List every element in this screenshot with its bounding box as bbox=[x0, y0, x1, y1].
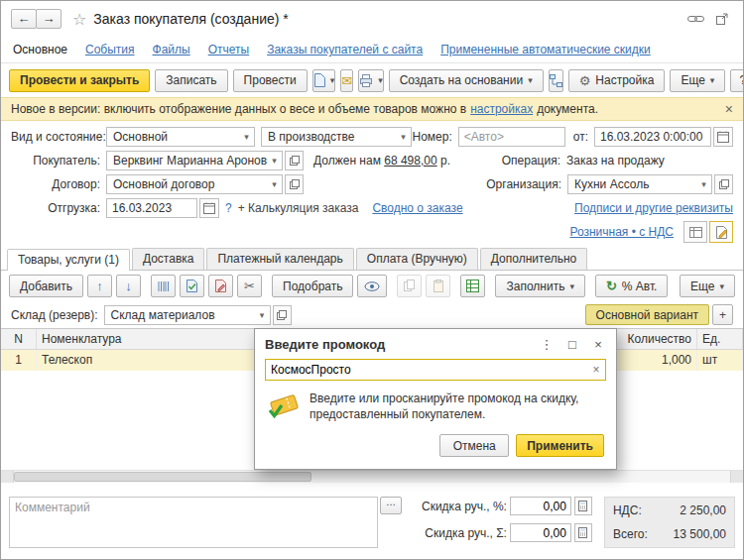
items-toolbar-right: Еще ▾ bbox=[680, 275, 735, 297]
doctab-payment[interactable]: Оплата (Вручную) bbox=[356, 248, 478, 270]
paste-rows-icon-button[interactable] bbox=[426, 275, 450, 297]
scroll-left-button[interactable] bbox=[1, 471, 14, 483]
move-down-button[interactable]: ↓ bbox=[116, 275, 141, 297]
order-calculation-link[interactable]: + Калькуляция заказа bbox=[238, 201, 359, 215]
document-structure-icon-button[interactable] bbox=[549, 69, 563, 92]
print-icon-button[interactable]: ▾ bbox=[358, 69, 384, 92]
debt-amount-link[interactable]: 68 498,00 bbox=[384, 154, 436, 168]
horizontal-scrollbar[interactable] bbox=[1, 470, 743, 483]
clear-input-icon[interactable]: × bbox=[587, 363, 605, 377]
doctab-delivery[interactable]: Доставка bbox=[132, 248, 205, 270]
organization-select[interactable]: Кухни Ассоль ▾ bbox=[567, 174, 712, 194]
warehouse-open-icon[interactable] bbox=[273, 305, 292, 325]
navtab-events[interactable]: События bbox=[85, 43, 135, 56]
banner-close-icon[interactable]: × bbox=[725, 101, 733, 117]
main-toolbar: Провести и закрыть Записать Провести ▾ ✉… bbox=[1, 63, 743, 97]
order-state-select[interactable]: В производстве ▾ bbox=[261, 127, 412, 147]
number-input[interactable] bbox=[458, 127, 565, 147]
col-header-n[interactable]: N bbox=[1, 329, 37, 349]
col-header-unit[interactable]: Ед. bbox=[697, 329, 743, 349]
copy-rows-icon-button[interactable] bbox=[397, 275, 422, 297]
total-value: 13 500,00 bbox=[674, 527, 726, 541]
view-icon-button[interactable] bbox=[357, 275, 387, 297]
dialog-menu-icon[interactable]: ⋮ bbox=[539, 337, 555, 352]
shipping-calendar-icon[interactable] bbox=[199, 198, 219, 218]
comment-expand-button[interactable]: … bbox=[380, 497, 402, 514]
dialog-maximize-icon[interactable]: □ bbox=[564, 337, 580, 352]
link-icon[interactable] bbox=[684, 10, 706, 28]
back-button[interactable]: ← bbox=[11, 9, 37, 29]
order-kind-select[interactable]: Основной ▾ bbox=[106, 127, 255, 147]
items-more-button[interactable]: Еще ▾ bbox=[680, 275, 735, 297]
manual-discount-sum-input[interactable] bbox=[510, 523, 571, 542]
date-input[interactable] bbox=[594, 127, 711, 147]
manual-discount-pct-input[interactable] bbox=[510, 497, 571, 515]
navtab-auto-discounts[interactable]: Примененные автоматические скидки bbox=[440, 43, 651, 56]
edit-prices-icon-button[interactable] bbox=[709, 221, 733, 243]
order-summary-link[interactable]: Сводно о заказе bbox=[372, 201, 462, 215]
shipping-date-input[interactable] bbox=[106, 198, 197, 218]
forward-button[interactable]: → bbox=[36, 9, 62, 29]
manual-discount-sum-label: Скидка руч., Σ: bbox=[425, 526, 507, 540]
contract-select[interactable]: Основной договор ▾ bbox=[106, 174, 283, 194]
more-button[interactable]: Еще ▾ bbox=[670, 69, 725, 92]
post-button[interactable]: Провести bbox=[233, 69, 308, 92]
chevron-down-icon: ▾ bbox=[710, 75, 715, 85]
requisites-link[interactable]: Подписи и другие реквизиты bbox=[574, 201, 733, 215]
banner-suffix: документа. bbox=[537, 102, 598, 116]
customer-open-icon[interactable] bbox=[285, 151, 304, 170]
navtab-site-orders[interactable]: Заказы покупателей с сайта bbox=[267, 43, 423, 56]
price-type-link[interactable]: Розничная • с НДС bbox=[569, 225, 674, 239]
promo-ticket-icon bbox=[267, 391, 301, 420]
check-availability-icon-button[interactable] bbox=[180, 275, 204, 297]
contract-open-icon[interactable] bbox=[285, 174, 304, 194]
promo-code-input[interactable] bbox=[266, 363, 587, 377]
discounts-group: Скидка руч., %: Скидка руч., Σ: bbox=[422, 497, 592, 542]
scrollbar-thumb[interactable] bbox=[14, 472, 311, 482]
edit-row-icon-button[interactable] bbox=[208, 275, 233, 297]
operation-value[interactable]: Заказ на продажу bbox=[566, 154, 733, 168]
write-button[interactable]: Записать bbox=[155, 69, 227, 92]
post-and-close-button[interactable]: Провести и закрыть bbox=[9, 69, 150, 92]
navtab-main[interactable]: Основное bbox=[13, 43, 67, 56]
open-new-window-icon[interactable] bbox=[711, 10, 733, 28]
chevron-down-icon: ▾ bbox=[696, 179, 711, 189]
doctab-payment-calendar[interactable]: Платежный календарь bbox=[206, 248, 353, 270]
settings-button[interactable]: ⚙ Настройка bbox=[568, 69, 666, 92]
add-row-button[interactable]: Добавить bbox=[9, 275, 83, 297]
cut-rows-icon-button[interactable]: ✂ bbox=[237, 275, 262, 297]
form-row-customer: Покупатель: Верквинг Марианна Ароновна ▾… bbox=[1, 149, 743, 172]
create-based-on-button[interactable]: Создать на основании ▾ bbox=[389, 69, 544, 92]
add-variant-button[interactable]: + bbox=[712, 304, 733, 325]
move-up-button[interactable]: ↑ bbox=[87, 275, 112, 297]
scroll-right-button[interactable] bbox=[730, 471, 743, 483]
export-table-icon-button[interactable] bbox=[460, 275, 485, 297]
comment-input[interactable] bbox=[9, 497, 378, 548]
navtab-files[interactable]: Файлы bbox=[153, 43, 190, 56]
discount-sum-calculator-icon[interactable] bbox=[574, 523, 592, 542]
auto-discount-button[interactable]: ↻ % Авт. bbox=[595, 275, 669, 297]
dialog-close-icon[interactable]: × bbox=[590, 337, 606, 352]
help-button[interactable]: ? bbox=[730, 69, 744, 92]
fill-button[interactable]: Заполнить ▾ bbox=[495, 275, 584, 297]
banner-settings-link[interactable]: настройках bbox=[470, 102, 533, 116]
shipping-help-icon[interactable]: ? bbox=[225, 201, 232, 215]
pick-items-button[interactable]: Подобрать bbox=[272, 275, 353, 297]
calendar-icon[interactable] bbox=[713, 127, 733, 147]
favorite-star-icon[interactable]: ☆ bbox=[72, 10, 86, 29]
email-icon-button[interactable]: ✉ bbox=[340, 69, 353, 92]
report-icon-button[interactable]: ▾ bbox=[312, 69, 336, 92]
main-variant-button[interactable]: Основной вариант bbox=[585, 304, 709, 325]
apply-button[interactable]: Применить bbox=[516, 434, 604, 457]
doctab-additional[interactable]: Дополнительно bbox=[480, 248, 587, 270]
organization-open-icon[interactable] bbox=[714, 174, 733, 194]
customer-select[interactable]: Верквинг Марианна Ароновна ▾ bbox=[106, 151, 283, 170]
doctab-goods[interactable]: Товары, услуги (1) bbox=[7, 249, 130, 271]
price-table-icon-button[interactable] bbox=[683, 221, 707, 243]
barcode-icon-button[interactable] bbox=[151, 275, 176, 297]
navtab-reports[interactable]: Отчеты bbox=[208, 43, 249, 56]
warehouse-select[interactable]: Склад материалов ▾ bbox=[104, 305, 271, 325]
chevron-down-icon: ▾ bbox=[255, 310, 270, 320]
cancel-button[interactable]: Отмена bbox=[439, 434, 509, 457]
discount-pct-calculator-icon[interactable] bbox=[574, 497, 592, 515]
